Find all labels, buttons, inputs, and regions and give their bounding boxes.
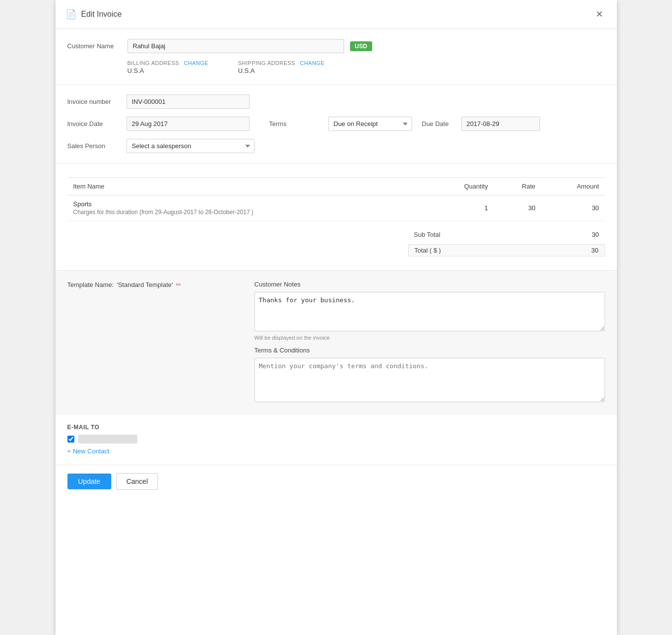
shipping-address-label: SHIPPING ADDRESS CHANGE [238, 60, 324, 66]
template-name-value: 'Standard Template' [117, 281, 173, 288]
item-details-cell: Sports Charges for this duration (from 2… [67, 195, 427, 221]
cancel-button[interactable]: Cancel [116, 473, 159, 490]
item-rate: 30 [494, 195, 541, 221]
item-description: Charges for this duration (from 29-Augus… [73, 209, 421, 216]
invoice-number-input[interactable] [127, 95, 250, 109]
modal-title-text: Edit Invoice [81, 10, 122, 19]
template-edit-icon[interactable]: ✏ [176, 281, 182, 288]
email-section-title: E-MAIL TO [67, 424, 99, 431]
shipping-country: U.S.A [238, 67, 324, 74]
email-contact-row [67, 435, 605, 444]
update-button[interactable]: Update [67, 474, 111, 489]
email-checkbox[interactable] [67, 436, 74, 443]
shipping-address-block: SHIPPING ADDRESS CHANGE U.S.A [238, 60, 324, 74]
notes-helper-text: Will be displayed on the invoice [255, 335, 605, 341]
subtotal-row: Sub Total 30 [408, 229, 605, 240]
items-table: Item Name Quantity Rate Amount Sports Ch… [67, 177, 605, 221]
bottom-section: Template Name: 'Standard Template' ✏ Cus… [56, 271, 617, 414]
customer-name-input[interactable] [128, 39, 344, 53]
shipping-change-link[interactable]: CHANGE [300, 60, 324, 66]
close-button[interactable]: ✕ [592, 7, 607, 22]
billing-country: U.S.A [128, 67, 209, 74]
invoice-details-section: Invoice number Invoice Date Terms Due on… [56, 85, 617, 163]
invoice-number-label: Invoice number [67, 98, 122, 105]
col-rate: Rate [494, 178, 541, 195]
total-row: Total ( $ ) 30 [408, 244, 605, 256]
template-col: Template Name: 'Standard Template' ✏ [67, 281, 235, 404]
template-name-label: Template Name: [67, 281, 114, 288]
billing-address-label: BILLING ADDRESS CHANGE [128, 60, 209, 66]
salesperson-select[interactable]: Select a salesperson [127, 139, 255, 153]
modal-header: 📄 Edit Invoice ✕ [56, 0, 617, 29]
template-name: Template Name: 'Standard Template' ✏ [67, 281, 235, 288]
action-section: Update Cancel [56, 465, 617, 498]
terms-select[interactable]: Due on Receipt Net 15 Net 30 Net 60 [328, 117, 412, 131]
col-amount: Amount [542, 178, 605, 195]
invoice-icon: 📄 [65, 9, 76, 20]
total-value: 30 [591, 247, 598, 254]
salesperson-label: Sales Person [67, 142, 122, 150]
due-date-label: Due Date [422, 120, 456, 127]
customer-name-label: Customer Name [67, 42, 122, 50]
currency-badge: USD [350, 41, 372, 51]
customer-section: Customer Name USD BILLING ADDRESS CHANGE… [56, 29, 617, 85]
customer-notes-label: Customer Notes [255, 281, 605, 288]
due-date-input[interactable] [461, 117, 540, 131]
items-section: Item Name Quantity Rate Amount Sports Ch… [56, 163, 617, 271]
item-amount: 30 [542, 195, 605, 221]
customer-notes-textarea[interactable]: Thanks for your business. [255, 292, 605, 331]
billing-address-block: BILLING ADDRESS CHANGE U.S.A [128, 60, 209, 74]
email-section: E-MAIL TO + New Contact [56, 414, 617, 465]
modal-title: 📄 Edit Invoice [65, 9, 122, 20]
terms-conditions-textarea[interactable] [255, 358, 605, 402]
invoice-date-label: Invoice Date [67, 120, 122, 127]
email-address-blurred [78, 435, 137, 444]
totals-section: Sub Total 30 Total ( $ ) 30 [67, 221, 605, 260]
subtotal-label: Sub Total [414, 231, 441, 238]
subtotal-value: 30 [592, 231, 599, 238]
new-contact-button[interactable]: + New Contact [67, 447, 110, 455]
notes-col: Customer Notes Thanks for your business.… [255, 281, 605, 404]
item-name: Sports [73, 200, 421, 208]
billing-change-link[interactable]: CHANGE [184, 60, 208, 66]
col-item-name: Item Name [67, 178, 427, 195]
item-quantity: 1 [427, 195, 494, 221]
terms-label: Terms [269, 120, 323, 127]
terms-conditions-label: Terms & Conditions [255, 347, 605, 354]
col-quantity: Quantity [427, 178, 494, 195]
table-row: Sports Charges for this duration (from 2… [67, 195, 605, 221]
edit-invoice-modal: 📄 Edit Invoice ✕ Customer Name USD BILLI… [56, 0, 617, 635]
invoice-date-input[interactable] [127, 117, 250, 131]
total-label: Total ( $ ) [415, 247, 441, 254]
